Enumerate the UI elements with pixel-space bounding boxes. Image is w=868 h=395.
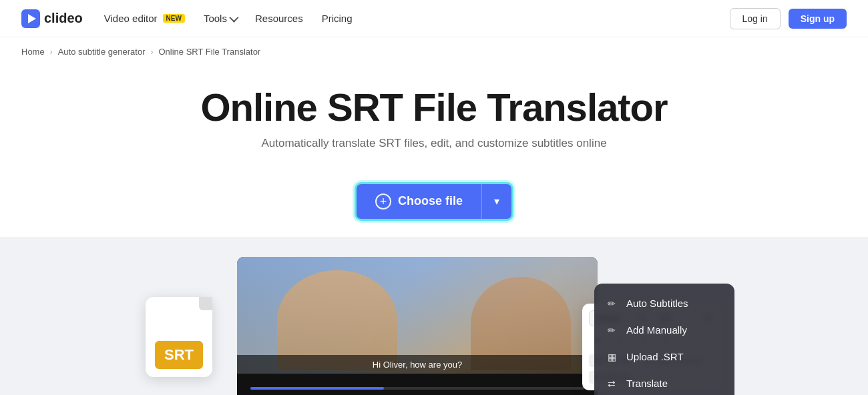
login-button[interactable]: Log in xyxy=(730,8,781,29)
breadcrumb-sep-2: › xyxy=(151,47,154,57)
srt-card-tab xyxy=(199,297,212,310)
plus-icon: + xyxy=(375,193,391,210)
chevron-down-icon: ▾ xyxy=(494,195,499,208)
breadcrumb-current: Online SRT File Translator xyxy=(159,47,261,57)
upload-srt-icon: ▦ xyxy=(605,350,618,364)
video-content: Hi Oliver, how are you? xyxy=(237,257,598,374)
context-menu: ✏ Auto Subtitles ✏ Add Manually ▦ Upload… xyxy=(594,284,734,395)
page-title: Online SRT File Translator xyxy=(0,86,868,129)
menu-item-translate[interactable]: ⇄ Translate xyxy=(594,370,734,395)
translate-icon: ⇄ xyxy=(605,377,618,390)
choose-file-label: Choose file xyxy=(398,194,463,208)
breadcrumb-home[interactable]: Home xyxy=(21,47,45,57)
video-timeline[interactable] xyxy=(250,387,584,390)
breadcrumb-parent[interactable]: Auto subtitle generator xyxy=(58,47,146,57)
new-badge: NEW xyxy=(163,14,185,23)
logo[interactable]: clideo xyxy=(21,9,83,28)
srt-badge: SRT xyxy=(155,341,203,369)
navbar: clideo Video editor NEW Tools Resources … xyxy=(0,0,868,37)
video-progress xyxy=(250,387,384,390)
video-subtitle-bar: Hi Oliver, how are you? xyxy=(237,355,598,374)
nav-video-editor[interactable]: Video editor NEW xyxy=(104,13,185,24)
preview-section: SRT Hi Oliver, how are you? Roboto ▾ 20 xyxy=(0,237,868,395)
add-manually-icon: ✏ xyxy=(605,324,618,337)
clideo-logo-icon xyxy=(21,9,40,28)
hero-section: Online SRT File Translator Automatically… xyxy=(0,66,868,163)
video-controls[interactable] xyxy=(237,374,598,395)
breadcrumb: Home › Auto subtitle generator › Online … xyxy=(0,37,868,66)
add-manually-label: Add Manually xyxy=(626,324,687,336)
nav-links: Video editor NEW Tools Resources Pricing xyxy=(104,13,730,24)
dropdown-arrow[interactable]: ▾ xyxy=(482,195,511,208)
menu-item-add-manually[interactable]: ✏ Add Manually xyxy=(594,317,734,344)
menu-item-auto-subtitles[interactable]: ✏ Auto Subtitles xyxy=(594,290,734,317)
srt-card: SRT xyxy=(146,297,212,377)
upload-area: + Choose file ▾ xyxy=(0,182,868,221)
nav-resources[interactable]: Resources xyxy=(255,13,303,24)
video-subtitle-text: Hi Oliver, how are you? xyxy=(373,360,462,370)
menu-item-upload-srt[interactable]: ▦ Upload .SRT xyxy=(594,344,734,370)
auto-subtitles-icon: ✏ xyxy=(605,297,618,310)
choose-file-main: + Choose file xyxy=(357,184,481,219)
hero-subtitle: Automatically translate SRT files, edit,… xyxy=(0,137,868,150)
nav-actions: Log in Sign up xyxy=(730,8,847,29)
signup-button[interactable]: Sign up xyxy=(789,9,847,29)
video-frame: Hi Oliver, how are you? xyxy=(237,257,598,395)
nav-tools[interactable]: Tools xyxy=(204,13,236,24)
translate-label: Translate xyxy=(626,378,668,389)
logo-text: clideo xyxy=(44,11,83,26)
chevron-down-icon xyxy=(229,13,238,22)
choose-file-button[interactable]: + Choose file ▾ xyxy=(355,182,513,221)
upload-srt-label: Upload .SRT xyxy=(626,351,684,362)
auto-subtitles-label: Auto Subtitles xyxy=(626,298,688,309)
nav-pricing[interactable]: Pricing xyxy=(322,13,353,24)
breadcrumb-sep-1: › xyxy=(50,47,53,57)
